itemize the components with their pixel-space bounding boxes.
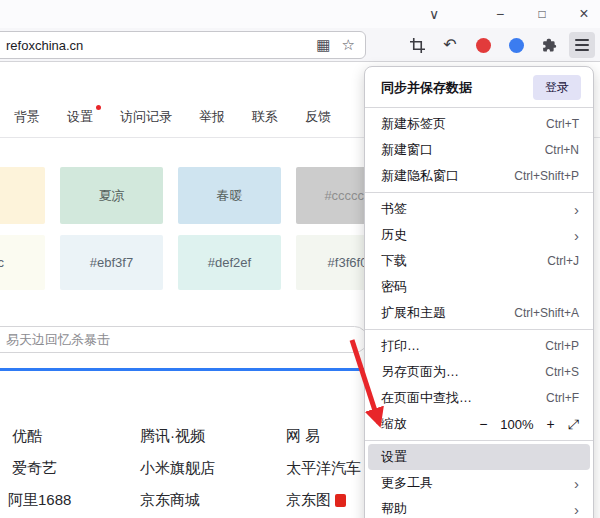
login-button[interactable]: 登录: [533, 75, 581, 100]
site-link-youku[interactable]: 优酷: [12, 427, 42, 446]
sync-row: 同步并保存数据 登录: [365, 71, 593, 104]
menu-item-label: 书签: [381, 200, 574, 218]
fullscreen-icon[interactable]: ⤢: [568, 416, 579, 433]
menu-item-label: 设置: [381, 448, 579, 466]
undo-icon: ↶: [443, 37, 456, 53]
nav-item-settings[interactable]: 设置: [67, 108, 93, 126]
minimize-button[interactable]: −: [486, 4, 514, 24]
color-swatch[interactable]: #ebf3f7: [60, 235, 163, 290]
sync-title: 同步并保存数据: [381, 79, 472, 97]
bookmark-star-icon[interactable]: ☆: [342, 36, 355, 54]
menu-item-new-tab[interactable]: 新建标签页 Ctrl+T: [365, 111, 593, 137]
menu-item-label: 新建隐私窗口: [381, 167, 514, 185]
color-swatch[interactable]: #def2ef: [178, 235, 281, 290]
zoom-level[interactable]: 100%: [500, 417, 533, 432]
app-menu-button[interactable]: [569, 32, 595, 58]
app-menu-popup: 同步并保存数据 登录 新建标签页 Ctrl+T 新建窗口 Ctrl+N 新建隐私…: [364, 66, 594, 518]
menu-item-print[interactable]: 打印… Ctrl+P: [365, 333, 593, 359]
chevron-right-icon: ›: [574, 476, 579, 491]
menu-item-history[interactable]: 历史 ›: [365, 222, 593, 248]
chevron-right-icon: ›: [574, 502, 579, 517]
site-link-tencent-video[interactable]: 腾讯·视频: [140, 427, 205, 446]
menu-item-new-private-window[interactable]: 新建隐私窗口 Ctrl+Shift+P: [365, 163, 593, 189]
maximize-button[interactable]: □: [528, 4, 556, 24]
menu-item-label: 下载: [381, 252, 547, 270]
puzzle-icon: [541, 37, 558, 54]
menu-item-settings[interactable]: 设置: [368, 444, 590, 470]
menu-item-passwords[interactable]: 密码: [365, 274, 593, 300]
nav-item-contact[interactable]: 联系: [252, 108, 278, 126]
menu-item-find-in-page[interactable]: 在页面中查找… Ctrl+F: [365, 385, 593, 411]
search-box[interactable]: 易天边回忆杀暴击: [0, 326, 368, 353]
color-swatch[interactable]: 春暖: [178, 167, 281, 224]
menu-item-more-tools[interactable]: 更多工具 ›: [365, 470, 593, 496]
menu-item-label: 密码: [381, 278, 579, 296]
menu-divider: [365, 107, 593, 108]
menu-item-shortcut: Ctrl+N: [545, 143, 579, 157]
site-link-xiaomi[interactable]: 小米旗舰店: [140, 459, 215, 478]
crop-icon: [410, 38, 425, 53]
menu-item-label: 扩展和主题: [381, 304, 514, 322]
menu-item-addons-themes[interactable]: 扩展和主题 Ctrl+Shift+A: [365, 300, 593, 326]
menu-item-label: 新建标签页: [381, 115, 546, 133]
extensions-button[interactable]: [536, 32, 562, 58]
zoom-out-button[interactable]: −: [479, 416, 487, 432]
extension-blue-button[interactable]: [503, 32, 529, 58]
red-badge-icon: [335, 494, 346, 507]
site-link-1688[interactable]: 阿里1688: [8, 491, 71, 510]
menu-item-label: 历史: [381, 226, 574, 244]
menu-item-shortcut: Ctrl+Shift+P: [514, 169, 579, 183]
menu-item-shortcut: Ctrl+T: [546, 117, 579, 131]
color-swatch[interactable]: 夏凉: [60, 167, 163, 224]
red-extension-icon: [476, 38, 491, 53]
url-text: refoxchina.cn: [0, 38, 83, 53]
page-nav: 背景 设置 访问记录 举报 联系 反馈: [0, 108, 364, 126]
menu-item-save-page-as[interactable]: 另存页面为… Ctrl+S: [365, 359, 593, 385]
color-swatch[interactable]: ddc: [0, 235, 45, 290]
menu-item-label: 缩放: [381, 415, 479, 433]
menu-divider: [365, 440, 593, 441]
menu-item-label: 更多工具: [381, 474, 574, 492]
undo-button[interactable]: ↶: [437, 32, 463, 58]
menu-item-new-window[interactable]: 新建窗口 Ctrl+N: [365, 137, 593, 163]
menu-item-shortcut: Ctrl+Shift+A: [514, 306, 579, 320]
menu-item-label: 新建窗口: [381, 141, 545, 159]
search-accent-line: [0, 368, 372, 371]
site-link-jd-books[interactable]: 京东图: [286, 491, 346, 510]
titlebar-chevron-icon[interactable]: ∨: [420, 4, 448, 24]
chevron-right-icon: ›: [574, 228, 579, 243]
nav-item-report[interactable]: 举报: [199, 108, 225, 126]
site-link-pcauto[interactable]: 太平洋汽车: [286, 459, 361, 478]
menu-item-zoom: 缩放 − 100% + ⤢: [365, 411, 593, 437]
site-link-jd-books-label: 京东图: [286, 491, 331, 508]
color-swatch[interactable]: 爽: [0, 167, 45, 224]
nav-item-settings-label: 设置: [67, 109, 93, 124]
nav-item-background[interactable]: 背景: [14, 108, 40, 126]
nav-item-feedback[interactable]: 反馈: [305, 108, 331, 126]
hot-search-text: 易天边回忆杀暴击: [0, 331, 110, 349]
menu-divider: [365, 329, 593, 330]
menu-item-help[interactable]: 帮助 ›: [365, 496, 593, 518]
notification-dot: [96, 105, 101, 110]
menu-item-shortcut: Ctrl+S: [545, 365, 579, 379]
zoom-in-button[interactable]: +: [547, 416, 555, 432]
menu-item-shortcut: Ctrl+F: [546, 391, 579, 405]
toolbar-icons: ↶: [404, 31, 595, 59]
site-link-iqiyi[interactable]: 爱奇艺: [12, 459, 57, 478]
menu-item-label: 另存页面为…: [381, 363, 545, 381]
menu-item-bookmarks[interactable]: 书签 ›: [365, 196, 593, 222]
qr-code-icon[interactable]: ▦: [316, 36, 330, 54]
menu-item-downloads[interactable]: 下载 Ctrl+J: [365, 248, 593, 274]
site-link-netease[interactable]: 网 易: [286, 427, 320, 446]
extension-red-button[interactable]: [470, 32, 496, 58]
titlebar: ∨ − □ ×: [0, 0, 600, 28]
site-link-jd-mall[interactable]: 京东商城: [140, 491, 200, 510]
menu-item-label: 在页面中查找…: [381, 389, 546, 407]
blue-extension-icon: [509, 38, 524, 53]
screenshot-crop-button[interactable]: [404, 32, 430, 58]
close-button[interactable]: ×: [570, 4, 598, 24]
nav-item-history[interactable]: 访问记录: [120, 108, 172, 126]
menu-item-shortcut: Ctrl+J: [547, 254, 579, 268]
browser-window: ∨ − □ × refoxchina.cn ▦ ☆ ↶: [0, 0, 600, 518]
url-bar[interactable]: refoxchina.cn ▦ ☆: [0, 31, 366, 59]
